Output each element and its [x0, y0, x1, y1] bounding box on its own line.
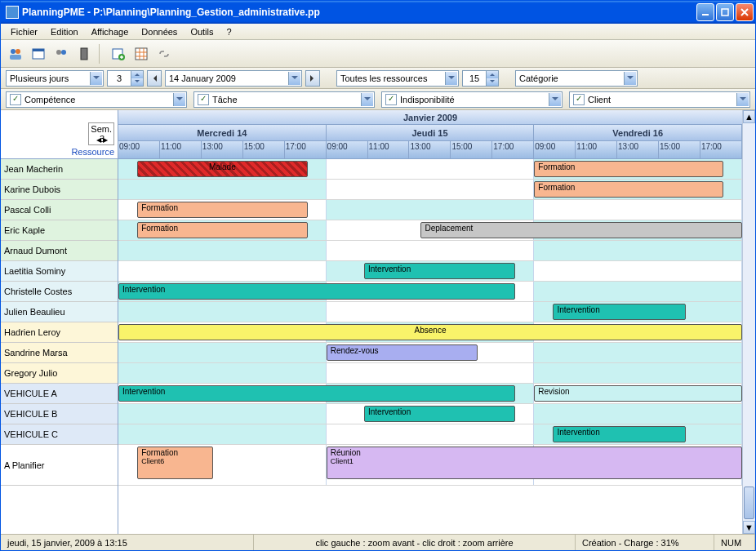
competence-filter[interactable]: Compétence [6, 91, 187, 108]
svg-rect-12 [136, 48, 147, 60]
maximize-button[interactable] [716, 3, 734, 21]
client-filter[interactable]: Client [569, 91, 750, 108]
toolbar-link-icon[interactable] [154, 44, 174, 64]
task-bar[interactable]: Intervention [364, 406, 515, 422]
category-label: Catégorie [519, 73, 558, 83]
vertical-scrollbar[interactable]: ▲ ▼ [742, 110, 755, 534]
svg-rect-4 [10, 55, 21, 60]
date-next-button[interactable] [305, 70, 320, 87]
toolbar-server-icon[interactable] [74, 44, 94, 64]
date-combo[interactable]: 14 January 2009 [165, 70, 302, 87]
resource-row[interactable]: Arnaud Dumont [1, 241, 118, 261]
indispo-filter[interactable]: Indisponibilité [381, 91, 563, 108]
menu-help[interactable]: ? [220, 25, 238, 38]
status-charge: Création - Charge : 31% [576, 535, 714, 550]
task-bar[interactable]: Absence [118, 324, 742, 340]
task-bar[interactable]: Formation [137, 202, 307, 218]
menu-affichage[interactable]: Affichage [85, 25, 136, 38]
grid-row[interactable] [118, 241, 742, 261]
scroll-thumb[interactable] [744, 487, 754, 519]
hour-header: 17:00 [285, 141, 327, 159]
task-bar[interactable]: Intervention [118, 385, 515, 402]
grid-header: Janvier 2009 Mercredi 14Jeudi 15Vendredi… [118, 110, 742, 159]
scroll-down-icon[interactable]: ▼ [743, 521, 755, 534]
resource-row[interactable]: Julien Beaulieu [1, 302, 118, 322]
menu-fichier[interactable]: Fichier [4, 25, 44, 38]
hour-header: 11:00 [576, 141, 617, 159]
menu-donnees[interactable]: Données [135, 25, 184, 38]
svg-rect-1 [722, 9, 728, 16]
resource-row[interactable]: Sandrine Marsa [1, 343, 118, 363]
scroll-up-icon[interactable]: ▲ [743, 110, 755, 123]
task-bar[interactable]: Rendez-vous [327, 344, 478, 361]
toolbar-add-event-icon[interactable] [109, 44, 128, 64]
category-combo[interactable]: Catégorie [515, 70, 638, 87]
resource-column: Sem. ◀ 3 ▶ Ressource Jean MacherinKarine… [1, 110, 118, 534]
toolbar-calendar-icon[interactable] [29, 44, 48, 64]
toolbar-grid-icon[interactable] [131, 44, 151, 64]
resource-row[interactable]: Karine Dubois [1, 180, 118, 200]
task-bar[interactable]: FormationClient6 [137, 447, 213, 479]
menu-edition[interactable]: Edition [44, 25, 85, 38]
titlebar[interactable]: PlanningPME - P:\Planning\Planning_Gesti… [1, 1, 755, 24]
task-bar[interactable]: Malade [137, 161, 307, 177]
resource-row[interactable]: A Planifier [1, 445, 118, 486]
resource-row[interactable]: Gregory Julio [1, 363, 118, 384]
resource-row[interactable]: VEHICULE C [1, 424, 118, 445]
day-header: Mercredi 14 [118, 125, 327, 141]
resource-row[interactable]: VEHICULE B [1, 404, 118, 424]
spinner-up-icon[interactable] [487, 71, 498, 78]
filterbar: Compétence Tâche Indisponibilité Client [1, 89, 755, 110]
tache-filter[interactable]: Tâche [193, 91, 375, 108]
task-subtitle: Client1 [331, 457, 738, 465]
hour-header: 15:00 [451, 141, 492, 159]
svg-point-3 [16, 49, 20, 54]
competence-label: Compétence [24, 95, 75, 104]
task-bar[interactable]: Formation [137, 222, 307, 238]
resource-row[interactable]: Eric Kaple [1, 220, 118, 241]
grid-row[interactable] [118, 363, 742, 384]
close-button[interactable] [736, 3, 754, 21]
task-bar[interactable]: Formation [534, 181, 723, 198]
task-bar[interactable]: Deplacement [420, 222, 742, 238]
controlbar: Plusieurs jours 14 January 2009 Toutes l… [1, 68, 755, 89]
week-selector[interactable]: Sem. ◀ 3 ▶ [88, 122, 114, 145]
resource-row[interactable]: Laetitia Sominy [1, 261, 118, 282]
status-zoom-hint: clic gauche : zoom avant - clic droit : … [254, 535, 576, 550]
gantt-grid[interactable]: Janvier 2009 Mercredi 14Jeudi 15Vendredi… [118, 110, 742, 534]
hour-header: 11:00 [160, 141, 202, 159]
resource-count-spinner[interactable] [462, 70, 499, 87]
task-bar[interactable]: RéunionClient1 [327, 447, 742, 479]
chevron-down-icon [173, 93, 185, 106]
resource-row[interactable]: Hadrien Leroy [1, 322, 118, 343]
task-bar[interactable]: Formation [534, 161, 723, 177]
menu-outils[interactable]: Outils [184, 25, 220, 38]
task-bar[interactable]: Revision [534, 385, 742, 402]
resource-row[interactable]: Pascal Colli [1, 200, 118, 220]
week-number: 3 [100, 134, 103, 144]
resource-row[interactable]: Christelle Costes [1, 282, 118, 302]
resource-row[interactable]: VEHICULE A [1, 384, 118, 404]
days-spinner[interactable] [107, 70, 144, 87]
resource-count-input[interactable] [463, 71, 486, 86]
spinner-up-icon[interactable] [131, 71, 143, 78]
spinner-down-icon[interactable] [131, 78, 143, 86]
resource-header-label: Ressource [71, 147, 114, 157]
toolbar-users-icon[interactable] [6, 44, 25, 64]
resource-filter-combo[interactable]: Toutes les ressources [336, 70, 459, 87]
svg-point-7 [56, 50, 61, 55]
task-bar[interactable]: Intervention [364, 263, 515, 279]
hour-header: 09:00 [534, 141, 576, 159]
hour-header: 17:00 [492, 141, 534, 159]
task-bar[interactable]: Intervention [118, 283, 515, 300]
task-bar[interactable]: Intervention [553, 426, 685, 442]
spinner-down-icon[interactable] [487, 78, 498, 86]
view-mode-combo[interactable]: Plusieurs jours [6, 70, 104, 87]
toolbar-clients-icon[interactable] [51, 44, 71, 64]
planning-area: Sem. ◀ 3 ▶ Ressource Jean MacherinKarine… [1, 110, 755, 534]
date-prev-button[interactable] [147, 70, 162, 87]
days-input[interactable] [108, 71, 131, 86]
task-bar[interactable]: Intervention [553, 304, 685, 320]
minimize-button[interactable] [696, 3, 714, 21]
resource-row[interactable]: Jean Macherin [1, 159, 118, 180]
